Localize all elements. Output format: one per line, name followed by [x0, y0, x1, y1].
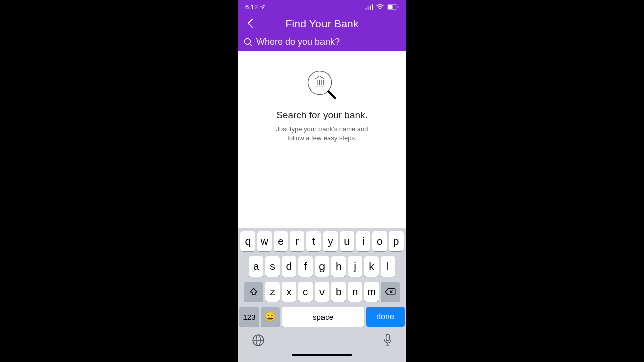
location-arrow-icon — [260, 4, 265, 10]
search-icon — [243, 37, 253, 47]
chevron-left-icon — [247, 18, 253, 28]
keyboard-footer — [239, 327, 405, 351]
keyboard-row-bottom: 123 😀 space done — [239, 307, 405, 327]
svg-rect-0 — [365, 8, 367, 10]
key-b[interactable]: b — [331, 282, 346, 302]
key-e[interactable]: e — [274, 231, 288, 251]
svg-rect-6 — [398, 6, 399, 8]
keyboard-row-3: zxcvbnm — [239, 282, 405, 302]
emoji-icon: 😀 — [265, 311, 276, 322]
key-x[interactable]: x — [282, 282, 296, 302]
empty-state-subtitle: Just type your bank's name and follow a … — [272, 125, 372, 143]
search-input[interactable] — [256, 37, 373, 47]
home-indicator[interactable] — [292, 354, 352, 356]
svg-rect-2 — [370, 6, 371, 10]
page-title: Find Your Bank — [285, 18, 358, 30]
key-t[interactable]: t — [306, 231, 321, 251]
key-i[interactable]: i — [356, 231, 371, 251]
svg-rect-5 — [388, 5, 392, 9]
svg-line-8 — [250, 43, 252, 45]
key-f[interactable]: f — [298, 256, 313, 277]
shift-key[interactable] — [244, 282, 263, 302]
keyboard: qwertyuiop asdfghjkl zxcvbnm 123 😀 space… — [238, 228, 406, 362]
globe-key[interactable] — [252, 334, 265, 349]
status-bar: 6:12 — [238, 0, 406, 12]
svg-rect-1 — [367, 7, 369, 10]
svg-rect-3 — [372, 4, 373, 10]
key-r[interactable]: r — [290, 231, 304, 251]
svg-line-17 — [328, 91, 335, 98]
key-l[interactable]: l — [381, 256, 395, 277]
empty-state-title: Search for your bank. — [276, 110, 368, 121]
numbers-key[interactable]: 123 — [239, 307, 259, 327]
wifi-icon — [376, 4, 384, 10]
nav-bar: Find Your Bank — [238, 12, 406, 35]
key-s[interactable]: s — [265, 256, 280, 277]
space-key[interactable]: space — [282, 307, 364, 327]
done-key[interactable]: done — [366, 307, 405, 327]
status-right — [365, 4, 399, 10]
keyboard-row-1: qwertyuiop — [239, 231, 405, 251]
key-a[interactable]: a — [249, 256, 263, 277]
globe-icon — [252, 334, 265, 347]
key-q[interactable]: q — [240, 231, 255, 251]
key-h[interactable]: h — [331, 256, 346, 277]
back-button[interactable] — [244, 17, 256, 29]
shift-icon — [249, 287, 258, 296]
svg-rect-23 — [386, 334, 390, 341]
dictation-key[interactable] — [383, 334, 392, 349]
status-left: 6:12 — [245, 3, 265, 11]
status-time: 6:12 — [245, 3, 258, 11]
key-m[interactable]: m — [364, 282, 379, 302]
key-n[interactable]: n — [348, 282, 362, 302]
bank-search-icon — [306, 69, 338, 101]
key-z[interactable]: z — [265, 282, 280, 302]
key-c[interactable]: c — [298, 282, 313, 302]
key-k[interactable]: k — [364, 256, 379, 277]
backspace-key[interactable] — [381, 282, 400, 302]
phone-frame: 6:12 Find Your Bank — [238, 0, 406, 362]
key-d[interactable]: d — [282, 256, 296, 277]
keyboard-row-2: asdfghjkl — [239, 256, 405, 277]
key-v[interactable]: v — [315, 282, 330, 302]
key-p[interactable]: p — [389, 231, 404, 251]
microphone-icon — [383, 334, 392, 347]
signal-icon — [365, 4, 373, 10]
app-header: 6:12 Find Your Bank — [238, 0, 406, 51]
emoji-key[interactable]: 😀 — [261, 307, 280, 327]
backspace-icon — [385, 288, 396, 296]
battery-icon — [387, 4, 399, 10]
empty-state: Search for your bank. Just type your ban… — [238, 51, 406, 228]
key-u[interactable]: u — [340, 231, 354, 251]
key-o[interactable]: o — [372, 231, 387, 251]
key-y[interactable]: y — [323, 231, 338, 251]
search-row — [238, 35, 406, 51]
key-g[interactable]: g — [315, 256, 330, 277]
key-j[interactable]: j — [348, 256, 362, 277]
key-w[interactable]: w — [257, 231, 272, 251]
